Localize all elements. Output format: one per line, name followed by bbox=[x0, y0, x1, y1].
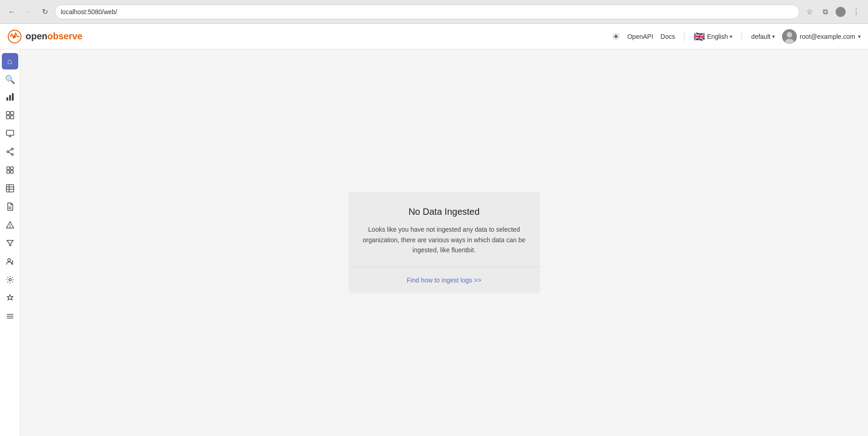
language-selector[interactable]: 🇬🇧 English ▾ bbox=[694, 31, 732, 42]
svg-rect-12 bbox=[6, 130, 14, 135]
filter-icon bbox=[6, 239, 14, 250]
svg-rect-7 bbox=[12, 93, 14, 101]
svg-point-16 bbox=[7, 151, 9, 153]
home-icon: ⌂ bbox=[7, 57, 12, 66]
integrations-icon bbox=[6, 166, 14, 176]
user-dropdown-arrow: ▾ bbox=[858, 33, 861, 40]
divider-2 bbox=[742, 32, 742, 41]
table-icon bbox=[6, 184, 14, 195]
svg-rect-8 bbox=[6, 112, 10, 115]
app-container: openobserve ☀ OpenAPI Docs 🇬🇧 English ▾ … bbox=[0, 24, 868, 436]
svg-rect-6 bbox=[9, 95, 11, 101]
no-data-title: No Data Ingested bbox=[359, 207, 529, 217]
svg-rect-20 bbox=[7, 167, 10, 170]
org-label: default bbox=[751, 33, 770, 40]
org-selector[interactable]: default ▾ bbox=[751, 33, 775, 40]
svg-line-18 bbox=[9, 152, 11, 154]
svg-point-3 bbox=[787, 32, 792, 37]
menu-button[interactable]: ⋮ bbox=[850, 5, 863, 18]
sidebar-item-dashboard[interactable] bbox=[2, 126, 18, 143]
language-dropdown-arrow: ▾ bbox=[730, 33, 732, 40]
openapi-link[interactable]: OpenAPI bbox=[627, 33, 653, 40]
sidebar-item-alerts[interactable] bbox=[2, 218, 18, 234]
svg-rect-24 bbox=[6, 185, 14, 192]
svg-point-1 bbox=[13, 35, 16, 38]
svg-point-17 bbox=[11, 154, 13, 155]
no-data-description: Looks like you have not ingested any dat… bbox=[359, 224, 529, 255]
sidebar-item-plugins[interactable] bbox=[2, 291, 18, 307]
monitor-icon bbox=[6, 129, 14, 140]
main-layout: ⌂ 🔍 bbox=[0, 49, 868, 436]
svg-rect-10 bbox=[6, 116, 10, 119]
bar-chart-icon bbox=[6, 93, 14, 103]
svg-rect-21 bbox=[11, 167, 13, 170]
sidebar-item-users[interactable] bbox=[2, 254, 18, 271]
no-data-footer: Find how to ingest logs >> bbox=[348, 267, 540, 293]
extensions-button[interactable]: ⧉ bbox=[819, 5, 831, 18]
avatar bbox=[782, 29, 797, 44]
ingest-logs-link[interactable]: Find how to ingest logs >> bbox=[407, 276, 481, 284]
content-area: No Data Ingested Looks like you have not… bbox=[20, 49, 868, 436]
url-text: localhost:5080/web/ bbox=[61, 8, 794, 16]
divider-1 bbox=[684, 32, 684, 41]
list-icon bbox=[6, 312, 14, 323]
svg-rect-5 bbox=[6, 97, 8, 101]
search-icon: 🔍 bbox=[5, 74, 15, 85]
logo-text: openobserve bbox=[26, 31, 83, 42]
svg-point-15 bbox=[11, 148, 13, 150]
sidebar-item-reports[interactable] bbox=[2, 199, 18, 216]
sidebar-item-table[interactable] bbox=[2, 181, 18, 197]
sidebar-item-home[interactable]: ⌂ bbox=[2, 53, 18, 69]
svg-point-33 bbox=[9, 278, 11, 281]
sidebar: ⌂ 🔍 bbox=[0, 49, 20, 436]
sidebar-item-share[interactable] bbox=[2, 144, 18, 161]
address-bar[interactable]: localhost:5080/web/ bbox=[55, 5, 800, 19]
logo-area: openobserve bbox=[7, 29, 83, 44]
streams-icon bbox=[6, 111, 14, 122]
top-navbar: openobserve ☀ OpenAPI Docs 🇬🇧 English ▾ … bbox=[0, 24, 868, 49]
user-area[interactable]: root@example.com ▾ bbox=[782, 29, 861, 44]
svg-point-31 bbox=[10, 227, 10, 227]
no-data-card: No Data Ingested Looks like you have not… bbox=[348, 192, 540, 293]
plugin-icon bbox=[6, 294, 14, 304]
svg-rect-11 bbox=[11, 116, 14, 119]
sidebar-item-search[interactable]: 🔍 bbox=[2, 71, 18, 88]
browser-actions: ☆ ⧉ ⋮ bbox=[803, 5, 863, 18]
org-dropdown-arrow: ▾ bbox=[772, 33, 775, 40]
users-icon bbox=[6, 257, 14, 268]
sidebar-item-metrics[interactable] bbox=[2, 90, 18, 106]
profile-button[interactable] bbox=[834, 5, 847, 18]
user-email: root@example.com bbox=[800, 33, 855, 40]
language-label: English bbox=[707, 33, 728, 40]
back-button[interactable]: ← bbox=[5, 5, 18, 18]
sidebar-item-settings[interactable] bbox=[2, 272, 18, 289]
reload-button[interactable]: ↻ bbox=[38, 5, 51, 18]
gear-icon bbox=[6, 276, 14, 286]
svg-rect-9 bbox=[11, 112, 14, 115]
svg-rect-23 bbox=[11, 170, 13, 173]
no-data-body: No Data Ingested Looks like you have not… bbox=[348, 192, 540, 266]
sidebar-item-filter[interactable] bbox=[2, 236, 18, 252]
browser-chrome: ← → ↻ localhost:5080/web/ ☆ ⧉ ⋮ bbox=[0, 0, 868, 24]
file-icon bbox=[6, 202, 14, 213]
flag-icon: 🇬🇧 bbox=[694, 31, 705, 42]
forward-button[interactable]: → bbox=[22, 5, 35, 18]
bookmark-button[interactable]: ☆ bbox=[803, 5, 816, 18]
sidebar-item-menu[interactable] bbox=[2, 309, 18, 325]
sidebar-item-integrations[interactable] bbox=[2, 163, 18, 179]
svg-line-19 bbox=[9, 149, 11, 151]
svg-point-32 bbox=[8, 259, 11, 261]
theme-toggle-icon[interactable]: ☀ bbox=[612, 31, 620, 42]
sidebar-item-streams[interactable] bbox=[2, 108, 18, 124]
svg-rect-22 bbox=[7, 170, 10, 173]
alert-icon bbox=[6, 221, 14, 231]
share-icon bbox=[6, 148, 14, 158]
logo-icon bbox=[7, 29, 22, 44]
nav-right: ☀ OpenAPI Docs 🇬🇧 English ▾ default ▾ bbox=[612, 29, 861, 44]
docs-link[interactable]: Docs bbox=[661, 33, 675, 40]
